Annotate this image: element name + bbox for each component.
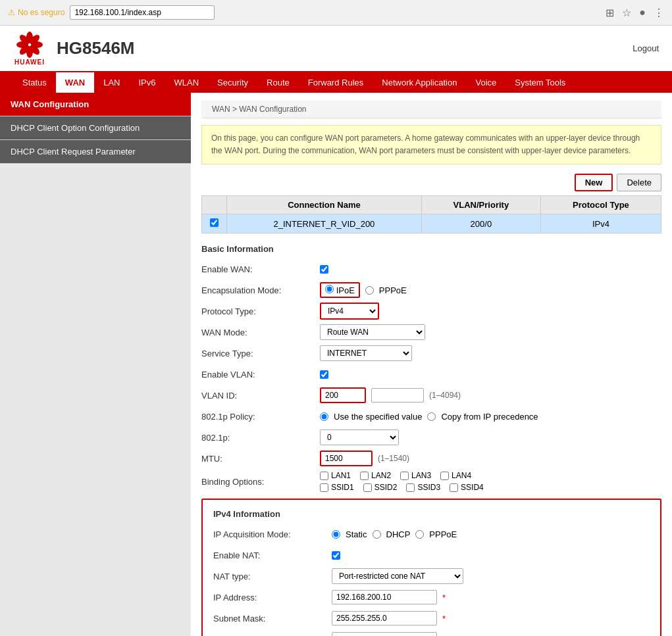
dhcp-label: DHCP — [386, 529, 411, 539]
service-type-label: Service Type: — [201, 349, 320, 358]
use-specified-radio[interactable] — [320, 412, 328, 421]
binding-lan3[interactable]: LAN3 — [400, 471, 431, 480]
vlan-id-input[interactable] — [320, 387, 366, 403]
service-type-select[interactable]: INTERNET — [320, 345, 412, 361]
lan3-checkbox[interactable] — [400, 472, 409, 480]
main-content: WAN > WAN Configuration On this page, yo… — [191, 93, 672, 636]
enable-nat-label: Enable NAT: — [213, 550, 332, 560]
profile-icon: ● — [639, 7, 646, 19]
pppoe-radio[interactable] — [365, 286, 374, 295]
lan2-checkbox[interactable] — [360, 472, 369, 480]
default-gw-row: Default Gateway: — [213, 631, 650, 636]
wan-mode-select[interactable]: Route WAN — [320, 324, 425, 340]
mtu-input[interactable] — [320, 451, 373, 466]
lan1-checkbox[interactable] — [320, 472, 328, 480]
protocol-type-control: IPv4 — [320, 303, 379, 320]
vlan-id-extra[interactable] — [371, 388, 424, 403]
binding-ssid3[interactable]: SSID3 — [406, 483, 440, 492]
wan-config-table: Connection Name VLAN/Priority Protocol T… — [201, 195, 661, 233]
nat-type-label: NAT type: — [213, 572, 332, 581]
nav-forward-rules[interactable]: Forward Rules — [299, 72, 373, 93]
col-protocol-type: Protocol Type — [540, 196, 661, 214]
mtu-label: MTU: — [201, 454, 320, 464]
nat-type-row: NAT type: Port-restricted cone NAT — [213, 568, 650, 585]
copy-ip-radio[interactable] — [427, 412, 436, 421]
nav-route[interactable]: Route — [257, 72, 299, 93]
nat-type-select[interactable]: Port-restricted cone NAT — [332, 568, 463, 584]
ipv4-info-section: IPv4 Information IP Acquisition Mode: St… — [201, 499, 661, 636]
ip-address-input[interactable] — [332, 590, 437, 604]
default-gw-input[interactable] — [332, 632, 437, 636]
binding-ssid4[interactable]: SSID4 — [450, 483, 484, 492]
binding-lan2[interactable]: LAN2 — [360, 471, 391, 480]
info-box: On this page, you can configure WAN port… — [201, 125, 661, 164]
binding-line-1: LAN1 LAN2 LAN3 LAN4 — [320, 471, 484, 480]
ip-acq-row: IP Acquisition Mode: Static DHCP PPPoE — [213, 526, 650, 543]
enable-wan-row: Enable WAN: — [201, 260, 661, 278]
extensions-icon: ⊞ — [606, 7, 614, 19]
delete-button[interactable]: Delete — [617, 174, 661, 191]
ipoe-radio[interactable] — [325, 285, 334, 293]
new-button[interactable]: New — [575, 174, 613, 191]
row-checkbox-cell[interactable] — [202, 214, 227, 233]
field-802-control: 0 — [320, 429, 399, 445]
content-wrapper: WAN Configuration DHCP Client Option Con… — [0, 93, 672, 636]
nav-ipv6[interactable]: IPv6 — [130, 72, 165, 93]
logo-area: HUAWEI — [13, 31, 46, 66]
ssid2-checkbox[interactable] — [363, 483, 372, 492]
logout-button[interactable]: Logout — [633, 43, 659, 53]
binding-ssid1[interactable]: SSID1 — [320, 483, 354, 492]
default-gw-control — [332, 632, 437, 636]
url-input[interactable] — [70, 5, 215, 20]
nav-system-tools[interactable]: System Tools — [505, 72, 575, 93]
policy-802-label: 802.1p Policy: — [201, 412, 320, 422]
protocol-type-row: Protocol Type: IPv4 — [201, 303, 661, 320]
lan4-checkbox[interactable] — [440, 472, 449, 480]
wan-mode-row: WAN Mode: Route WAN — [201, 324, 661, 341]
nav-lan[interactable]: LAN — [94, 72, 129, 93]
use-specified-label: Use the specified value — [334, 412, 422, 422]
header-left: HUAWEI HG8546M — [13, 31, 135, 66]
sidebar-item-dhcp-option[interactable]: DHCP Client Option Configuration — [0, 116, 191, 140]
sidebar-item-wan-config[interactable]: WAN Configuration — [0, 93, 191, 116]
ssid4-checkbox[interactable] — [450, 483, 458, 492]
field-802-row: 802.1p: 0 — [201, 429, 661, 446]
pppoe-label: PPPoE — [379, 285, 407, 295]
vlan-id-label: VLAN ID: — [201, 391, 320, 401]
enable-nat-checkbox[interactable] — [332, 551, 340, 560]
col-connection-name: Connection Name — [227, 196, 422, 214]
encap-mode-control: IPoE PPPoE — [320, 282, 407, 298]
protocol-type-select[interactable]: IPv4 — [320, 303, 379, 320]
ip-address-control: * — [332, 590, 446, 604]
row-checkbox[interactable] — [210, 218, 219, 227]
binding-ssid2[interactable]: SSID2 — [363, 483, 398, 492]
menu-icon: ⋮ — [654, 7, 664, 19]
ssid3-checkbox[interactable] — [406, 483, 415, 492]
nav-wlan[interactable]: WLAN — [165, 72, 209, 93]
copy-ip-label: Copy from IP precedence — [441, 412, 538, 422]
subnet-mask-input[interactable] — [332, 611, 437, 625]
col-vlan-priority: VLAN/Priority — [421, 196, 540, 214]
row-connection-name: 2_INTERNET_R_VID_200 — [227, 214, 422, 233]
protocol-type-label: Protocol Type: — [201, 306, 320, 316]
enable-vlan-checkbox[interactable] — [320, 370, 328, 379]
dhcp-radio[interactable] — [373, 530, 381, 539]
pppoe-ip-radio[interactable] — [415, 530, 424, 539]
enable-vlan-row: Enable VLAN: — [201, 366, 661, 383]
nav-status[interactable]: Status — [13, 72, 56, 93]
encap-mode-label: Encapsulation Mode: — [201, 285, 320, 295]
sidebar-item-dhcp-request[interactable]: DHCP Client Request Parameter — [0, 140, 191, 164]
enable-wan-checkbox[interactable] — [320, 265, 328, 274]
static-radio[interactable] — [332, 530, 340, 539]
field-802-select[interactable]: 0 — [320, 429, 399, 445]
binding-lan1[interactable]: LAN1 — [320, 471, 351, 480]
nav-network-application[interactable]: Network Application — [373, 72, 466, 93]
pppoe-ip-label: PPPoE — [429, 529, 457, 539]
nav-voice[interactable]: Voice — [466, 72, 505, 93]
binding-lan4[interactable]: LAN4 — [440, 471, 471, 480]
table-row[interactable]: 2_INTERNET_R_VID_200 200/0 IPv4 — [202, 214, 661, 233]
nav-security[interactable]: Security — [208, 72, 257, 93]
device-name: HG8546M — [57, 38, 135, 59]
ssid1-checkbox[interactable] — [320, 483, 328, 492]
nav-wan[interactable]: WAN — [56, 72, 94, 93]
